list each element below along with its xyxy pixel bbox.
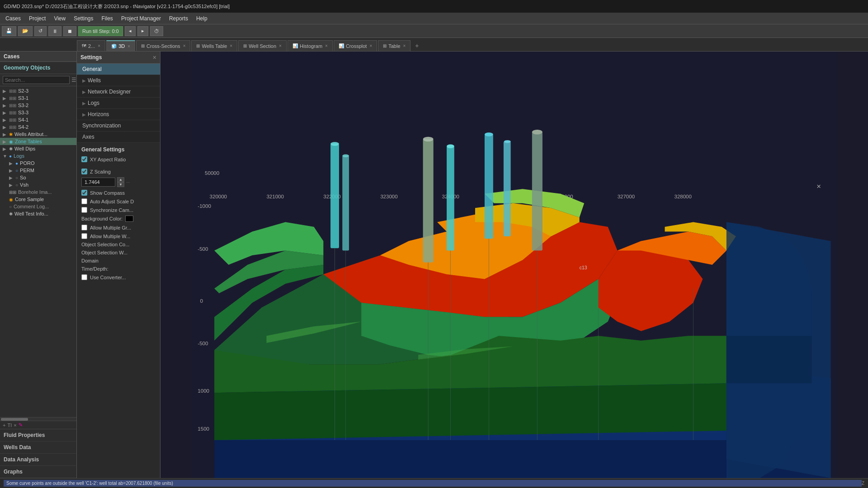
tree-item-poro[interactable]: ▶ ● PORO xyxy=(0,160,76,167)
z-scaling-checkbox[interactable] xyxy=(81,169,87,174)
search-input[interactable] xyxy=(3,76,70,84)
xy-aspect-checkbox[interactable] xyxy=(81,156,87,162)
settings-menu-logs[interactable]: ▶ Logs xyxy=(77,98,160,109)
sync-cam-row: Synchronize Cam... xyxy=(81,207,156,213)
svg-point-44 xyxy=(423,137,434,141)
tab-2d-close[interactable]: × xyxy=(98,43,100,48)
sidebar-fluid-properties[interactable]: Fluid Properties xyxy=(0,429,76,441)
tree-item-s4-2[interactable]: ▶ ⊞⊞ S4-2 xyxy=(0,123,76,131)
sidebar-graphs[interactable]: Graphs xyxy=(0,466,76,478)
tree-item-s3-1[interactable]: ▶ ⊞⊞ S3-1 xyxy=(0,94,76,102)
tab-cross-close[interactable]: × xyxy=(183,43,186,48)
tree-item-comment-log[interactable]: ○ Comment Log... xyxy=(0,203,76,210)
tree-item-so[interactable]: ▶ ○ So xyxy=(0,174,76,181)
tab-cross-sections[interactable]: ⊞ Cross-Sections × xyxy=(136,40,190,51)
edit-item-button[interactable]: ✎ xyxy=(19,422,23,428)
menu-view[interactable]: View xyxy=(50,14,69,23)
tab-table-close[interactable]: × xyxy=(403,43,406,48)
tree-item-well-test[interactable]: ✱ Well Test Info... xyxy=(0,210,76,217)
menu-reports[interactable]: Reports xyxy=(165,14,192,23)
sidebar-data-analysis[interactable]: Data Analysis xyxy=(0,454,76,466)
auto-adjust-checkbox[interactable] xyxy=(81,198,87,204)
menu-project-manager[interactable]: Project Manager xyxy=(118,14,165,23)
run-till-step-button[interactable]: Run till Step: 0 : 0 xyxy=(78,26,123,36)
toolbar-refresh[interactable]: ↺ xyxy=(34,26,47,36)
menu-files[interactable]: Files xyxy=(98,14,117,23)
allow-multiple-gr-checkbox[interactable] xyxy=(81,225,87,230)
tab-crossplot[interactable]: 📊 Crossplot × xyxy=(334,40,377,51)
toolbar-step-up[interactable]: ▸ xyxy=(137,26,148,36)
svg-point-48 xyxy=(485,132,493,136)
z-scaling-dots[interactable]: ··· xyxy=(126,180,130,185)
zone-icon: ◉ xyxy=(9,139,13,144)
svg-text:321000: 321000 xyxy=(266,194,283,199)
tab-cross2-close[interactable]: × xyxy=(369,43,372,48)
close-item-button[interactable]: × xyxy=(14,422,16,428)
settings-menu-horizons[interactable]: ▶ Horizons xyxy=(77,109,160,120)
toolbar-stop[interactable]: ⏹ xyxy=(63,26,76,36)
tab-well-section[interactable]: ⊞ Well Section × xyxy=(238,40,287,51)
tab-wells-close[interactable]: × xyxy=(230,43,232,48)
settings-menu-axes[interactable]: Axes xyxy=(77,131,160,143)
add-tab-button[interactable]: + xyxy=(411,40,422,51)
z-scaling-down[interactable]: ▼ xyxy=(117,182,124,187)
tree-item-well-dips[interactable]: ▶ ✱ Well Dips xyxy=(0,145,76,152)
tree-item-wells-attrib[interactable]: ▶ ✱ Wells Attribut... xyxy=(0,131,76,138)
tab-table[interactable]: ⊞ Table × xyxy=(378,40,410,51)
svg-marker-37 xyxy=(726,336,812,383)
tree-item-perm[interactable]: ▶ ○ PERM xyxy=(0,167,76,174)
list-icon[interactable]: ☰ xyxy=(71,77,76,83)
tab-histogram[interactable]: 📊 Histogram × xyxy=(288,40,333,51)
settings-title: Settings xyxy=(80,54,102,61)
menu-cases[interactable]: Cases xyxy=(2,14,24,23)
toolbar-clock[interactable]: ⏱ xyxy=(150,26,163,36)
settings-menu-network[interactable]: ▶ Network Designer xyxy=(77,86,160,98)
3d-viewport[interactable]: 50000 320000 321000 322000 323000 324000… xyxy=(160,52,868,478)
settings-menu-sync[interactable]: Synchronization xyxy=(77,120,160,131)
well-test-label: Well Test Info... xyxy=(14,211,48,216)
tree-item-zone-tables[interactable]: ▶ ◉ Zone Tables xyxy=(0,138,76,145)
svg-text:-1000: -1000 xyxy=(198,203,211,209)
tree-item-vsh[interactable]: ▶ ○ Vsh xyxy=(0,181,76,188)
tree-item-s3-2[interactable]: ▶ ⊞⊞ S3-2 xyxy=(0,102,76,109)
settings-menu-wells[interactable]: ▶ Wells xyxy=(77,75,160,86)
menu-project[interactable]: Project xyxy=(25,14,49,23)
use-converter-label: Use Converter... xyxy=(90,275,126,280)
tree-item-core-sample[interactable]: ◉ Core Sample xyxy=(0,196,76,203)
expand-icon: ▶ xyxy=(3,110,7,115)
svg-point-40 xyxy=(330,142,339,145)
settings-menu-general[interactable]: General xyxy=(77,64,160,75)
tab-2d[interactable]: 🗺 2... × xyxy=(77,40,105,51)
poro-label: PORO xyxy=(20,160,34,166)
bg-color-swatch[interactable] xyxy=(125,216,133,222)
tree-item-s4-1[interactable]: ▶ ⊞⊞ S4-1 xyxy=(0,116,76,123)
tree-scrollbar[interactable] xyxy=(0,417,76,421)
sync-cam-checkbox[interactable] xyxy=(81,207,87,213)
tree-item-logs[interactable]: ▼ ● Logs xyxy=(0,152,76,160)
use-converter-checkbox[interactable] xyxy=(81,274,87,280)
left-sidebar: Cases Geometry Objects ☰ ▾ ▶ ⊞⊞ S2-3 ▶ ⊞… xyxy=(0,52,77,478)
tree-item-s3-3[interactable]: ▶ ⊞⊞ S3-3 xyxy=(0,109,76,116)
menu-settings[interactable]: Settings xyxy=(70,14,97,23)
ti-label[interactable]: TI xyxy=(7,422,12,428)
toolbar-step-down[interactable]: ◂ xyxy=(125,26,136,36)
settings-close-button[interactable]: × xyxy=(153,54,156,61)
tab-hist-close[interactable]: × xyxy=(325,43,328,48)
allow-multiple-w-checkbox[interactable] xyxy=(81,233,87,239)
tab-wellsec-close[interactable]: × xyxy=(279,43,282,48)
toolbar-pause[interactable]: ⏸ xyxy=(48,26,61,36)
show-compass-checkbox[interactable] xyxy=(81,190,87,196)
sidebar-wells-data[interactable]: Wells Data xyxy=(0,441,76,454)
tab-wells-table[interactable]: ⊞ Wells Table × xyxy=(191,40,237,51)
tree-item-s2-3[interactable]: ▶ ⊞⊞ S2-3 xyxy=(0,87,76,94)
tab-3d[interactable]: 🧊 3D × xyxy=(106,40,135,51)
menu-help[interactable]: Help xyxy=(193,14,211,23)
toolbar-save[interactable]: 💾 xyxy=(2,26,16,36)
toolbar-open[interactable]: 📂 xyxy=(18,26,33,36)
graphs-label: Graphs xyxy=(4,469,23,475)
z-scaling-up[interactable]: ▲ xyxy=(117,177,124,182)
tab-3d-close[interactable]: × xyxy=(127,44,130,49)
add-item-button[interactable]: + xyxy=(3,422,5,428)
tree-item-borehole[interactable]: ⊞⊞ Borehole Ima... xyxy=(0,188,76,196)
z-scaling-input[interactable] xyxy=(81,178,115,187)
